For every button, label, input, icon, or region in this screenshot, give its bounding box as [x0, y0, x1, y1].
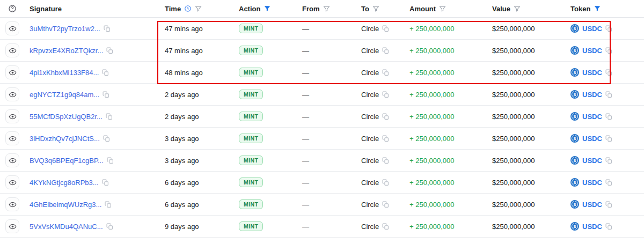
signature-link[interactable]: 3iHDxzhQv7cjJNCtS... [30, 135, 100, 143]
copy-signature-icon[interactable] [105, 201, 112, 208]
action-filter-icon-active[interactable] [264, 5, 271, 12]
from-empty-dash: — [302, 135, 309, 143]
help-icon[interactable] [8, 4, 17, 13]
table-row: kRpvzxE4XRoZTQkzr... 47 mins ago MINT — … [0, 40, 644, 62]
token-symbol-link[interactable]: USDC [582, 91, 602, 99]
copy-to-address-icon[interactable] [382, 157, 389, 164]
signature-link[interactable]: 4GhEibeimqWUzRg3... [30, 201, 101, 209]
signature-cell: 3iHDxzhQv7cjJNCtS... [25, 135, 160, 143]
token-symbol-link[interactable]: USDC [582, 179, 602, 187]
copy-signature-icon[interactable] [107, 157, 114, 164]
token-filter-icon-active[interactable] [594, 5, 601, 12]
signature-link[interactable]: kRpvzxE4XRoZTQkzr... [30, 47, 103, 55]
clock-icon[interactable] [184, 5, 192, 12]
copy-to-address-icon[interactable] [382, 113, 389, 120]
amount-filter-icon[interactable] [439, 5, 446, 12]
to-cell: Circle [356, 135, 405, 143]
copy-token-address-icon[interactable] [605, 179, 612, 186]
copy-token-address-icon[interactable] [605, 223, 612, 230]
signature-link[interactable]: 55MCfDSpXzUgQB2r... [30, 113, 103, 121]
copy-token-address-icon[interactable] [605, 113, 612, 120]
svg-text:$: $ [574, 26, 576, 31]
from-cell: — [297, 47, 356, 55]
time-cell: 47 mins ago [160, 25, 234, 33]
eye-preview-button[interactable] [5, 131, 19, 145]
token-symbol-link[interactable]: USDC [582, 223, 602, 231]
token-symbol-link[interactable]: USDC [582, 47, 602, 55]
to-account-label: Circle [361, 113, 379, 121]
copy-signature-icon[interactable] [106, 113, 113, 120]
copy-token-address-icon[interactable] [605, 69, 612, 76]
copy-to-address-icon[interactable] [382, 179, 389, 186]
copy-to-address-icon[interactable] [382, 223, 389, 230]
usdc-token-icon: $ [570, 46, 579, 55]
eye-preview-button[interactable] [5, 219, 19, 233]
row-preview-cell [0, 87, 25, 101]
token-symbol-link[interactable]: USDC [582, 135, 602, 143]
copy-to-address-icon[interactable] [382, 69, 389, 76]
copy-to-address-icon[interactable] [382, 47, 389, 54]
eye-preview-button[interactable] [5, 87, 19, 101]
eye-preview-button[interactable] [5, 65, 19, 79]
eye-preview-button[interactable] [5, 197, 19, 211]
copy-token-address-icon[interactable] [605, 201, 612, 208]
copy-signature-icon[interactable] [103, 135, 110, 142]
usdc-token-icon: $ [570, 90, 579, 99]
copy-signature-icon[interactable] [102, 69, 109, 76]
token-symbol-link[interactable]: USDC [582, 157, 602, 165]
copy-signature-icon[interactable] [103, 91, 109, 98]
to-filter-icon[interactable] [372, 5, 379, 12]
eye-preview-button[interactable] [5, 43, 19, 57]
copy-signature-icon[interactable] [104, 25, 111, 32]
copy-token-address-icon[interactable] [605, 135, 612, 142]
value-filter-icon[interactable] [514, 5, 521, 12]
copy-token-address-icon[interactable] [605, 25, 612, 32]
signature-link[interactable]: 3uMthvT2pyTrzo1w2... [30, 25, 100, 33]
time-filter-icon[interactable] [195, 5, 202, 12]
copy-signature-icon[interactable] [102, 179, 109, 186]
token-symbol-link[interactable]: USDC [582, 113, 602, 121]
copy-token-address-icon[interactable] [605, 47, 612, 54]
copy-token-address-icon[interactable] [605, 91, 612, 98]
token-symbol-link[interactable]: USDC [582, 201, 602, 209]
mint-action-badge: MINT [239, 112, 263, 122]
copy-token-address-icon[interactable] [605, 157, 612, 164]
signature-link[interactable]: egNYCTZ1g9q84am... [30, 91, 99, 99]
time-value: 6 days ago [165, 201, 199, 209]
copy-to-address-icon[interactable] [382, 135, 389, 142]
eye-preview-button[interactable] [5, 21, 19, 35]
action-cell: MINT [234, 178, 297, 188]
copy-signature-icon[interactable] [106, 47, 113, 54]
value-cell: $250,000,000 [487, 91, 566, 99]
table-row: 3uMthvT2pyTrzo1w2... 47 mins ago MINT — … [0, 18, 644, 40]
copy-signature-icon[interactable] [106, 223, 113, 230]
from-filter-icon[interactable] [323, 5, 330, 12]
eye-preview-button[interactable] [5, 175, 19, 189]
table-body: 3uMthvT2pyTrzo1w2... 47 mins ago MINT — … [0, 18, 644, 238]
mint-action-badge: MINT [239, 46, 263, 56]
eye-preview-button[interactable] [5, 109, 19, 123]
copy-to-address-icon[interactable] [382, 25, 389, 32]
copy-to-address-icon[interactable] [382, 201, 389, 208]
token-symbol-link[interactable]: USDC [582, 25, 602, 33]
usdc-token-icon: $ [570, 24, 579, 33]
signature-link[interactable]: 4KYkNGtjcg8oRPb3... [30, 179, 99, 187]
copy-to-address-icon[interactable] [382, 91, 389, 98]
amount-value: + 250,000,000 [409, 113, 455, 121]
usd-value: $250,000,000 [492, 47, 535, 55]
signature-link[interactable]: BVQ3q6BPEqF1cgBP... [30, 157, 104, 165]
signature-cell: 4GhEibeimqWUzRg3... [25, 201, 160, 209]
to-account-label: Circle [361, 135, 379, 143]
amount-cell: + 250,000,000 [405, 69, 487, 77]
table-row: BVQ3q6BPEqF1cgBP... 3 days ago MINT — Ci… [0, 150, 644, 172]
row-preview-cell [0, 109, 25, 123]
amount-cell: + 250,000,000 [405, 113, 487, 121]
time-cell: 2 days ago [160, 91, 234, 99]
amount-cell: + 250,000,000 [405, 157, 487, 165]
svg-text:$: $ [574, 92, 576, 97]
signature-link[interactable]: 5VxVsKMDu4QANuC... [30, 223, 103, 231]
token-symbol-link[interactable]: USDC [582, 69, 602, 77]
time-cell: 6 days ago [160, 201, 234, 209]
signature-link[interactable]: 4pi1xKhbxMi133F84... [30, 69, 99, 77]
eye-preview-button[interactable] [5, 153, 19, 167]
